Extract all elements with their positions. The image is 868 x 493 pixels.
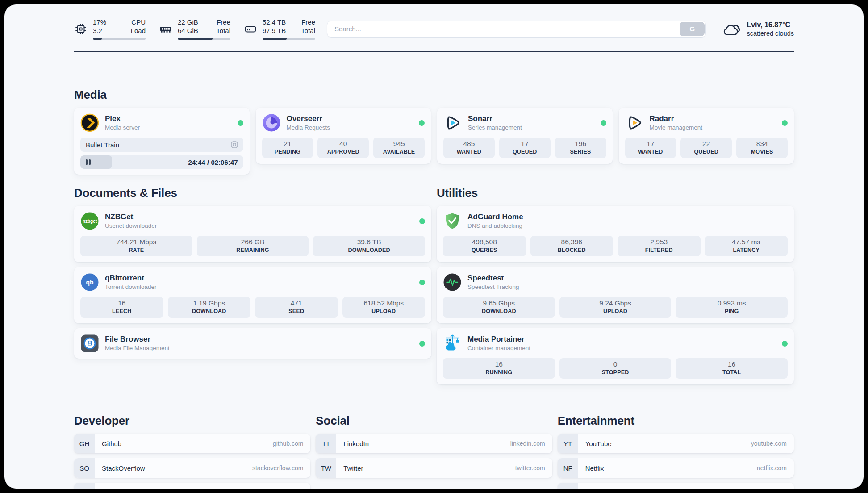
sonarr-icon — [443, 113, 462, 132]
weather-condition: scattered clouds — [747, 29, 794, 38]
bookmark-name: Github — [102, 440, 121, 447]
service-card-qbittorrent[interactable]: qbqBittorrentTorrent downloader16LEECH1.… — [74, 267, 431, 323]
bookmark-name: YouTube — [585, 440, 612, 447]
service-titles: Media PortainerContainer management — [467, 334, 530, 352]
section-title-documents: Documents & Files — [74, 186, 431, 200]
service-card-radarr[interactable]: RadarrMovie management17WANTED22QUEUED83… — [619, 108, 794, 164]
stat-label: SEED — [257, 308, 336, 315]
stat-label: AVAILABLE — [375, 148, 423, 155]
bookmark-name: Netflix — [585, 464, 604, 472]
stat-pill: 2,953FILTERED — [618, 236, 701, 256]
service-description: DNS and adblocking — [467, 222, 523, 230]
service-header: nzbgetNZBGetUsenet downloader — [80, 212, 425, 230]
memory-widget-body: 22 GiB 64 GiB Free Total — [178, 18, 230, 40]
stat-value: 498,508 — [445, 238, 524, 246]
service-card-plex[interactable]: PlexMedia serverBullet Train24:44 / 02:0… — [74, 108, 250, 175]
stat-value: 17 — [627, 139, 675, 148]
service-description: Movie management — [650, 124, 703, 132]
stat-pill: 47.57 msLATENCY — [705, 236, 788, 256]
overseerr-icon — [262, 113, 281, 132]
stat-pill: 196SERIES — [555, 138, 606, 158]
stat-pill: 485WANTED — [443, 138, 495, 158]
bookmark-link-youtube[interactable]: YTYouTubeyoutube.com — [558, 434, 794, 453]
status-online-dot — [419, 218, 425, 224]
service-titles: PlexMedia server — [105, 114, 140, 132]
service-stats: 21PENDING40APPROVED945AVAILABLE — [262, 138, 425, 158]
speedtest-icon — [443, 273, 462, 292]
stat-label: LEECH — [82, 308, 162, 315]
bookmark-url: twitter.com — [515, 464, 545, 472]
bookmark-group-title: Social — [316, 414, 552, 427]
status-online-dot — [419, 341, 425, 347]
memory-icon — [159, 22, 172, 36]
service-stats: 9.65 GbpsDOWNLOAD9.24 GbpsUPLOAD0.993 ms… — [443, 297, 788, 318]
stat-value: 471 — [257, 299, 336, 308]
media-cards-row: PlexMedia serverBullet Train24:44 / 02:0… — [74, 108, 794, 175]
bookmark-link-netflix[interactable]: NFNetflixnetflix.com — [558, 458, 794, 478]
service-stats: 485WANTED17QUEUED196SERIES — [443, 138, 606, 158]
service-header: qbqBittorrentTorrent downloader — [80, 273, 425, 292]
stat-value: 1.19 Gbps — [170, 299, 249, 308]
stat-pill: 9.65 GbpsDOWNLOAD — [443, 297, 555, 318]
svg-text:qb: qb — [86, 279, 93, 286]
bookmark-abbr-badge: GH — [74, 434, 95, 453]
pause-button[interactable] — [86, 159, 91, 165]
stat-label: WANTED — [627, 148, 675, 155]
utilities-cards: AdGuard HomeDNS and adblocking498,508QUE… — [437, 206, 794, 384]
bookmark-link-linkedin[interactable]: LILinkedInlinkedin.com — [316, 434, 552, 453]
search-input[interactable] — [327, 21, 706, 38]
service-description: Container management — [467, 344, 530, 352]
plex-icon — [80, 113, 99, 132]
status-online-dot — [419, 280, 425, 285]
service-header: File BrowserMedia File Management — [80, 334, 425, 353]
stat-label: REMAINING — [199, 246, 307, 254]
service-card-overseerr[interactable]: OverseerrMedia Requests21PENDING40APPROV… — [256, 108, 431, 164]
cloud-icon — [721, 21, 741, 37]
camera-icon — [230, 140, 239, 149]
service-card-nzbget[interactable]: nzbgetNZBGetUsenet downloader744.21 Mbps… — [74, 206, 431, 262]
service-card-speedtest[interactable]: SpeedtestSpeedtest Tracking9.65 GbpsDOWN… — [437, 267, 794, 323]
radarr-icon — [625, 113, 644, 132]
section-title-media: Media — [74, 88, 794, 101]
stat-value: 0 — [561, 360, 670, 369]
disk-widget-body: 52.4 TB 97.9 TB Free Total — [263, 18, 315, 40]
bookmark-url: youtube.com — [751, 440, 787, 447]
service-card-adguard[interactable]: AdGuard HomeDNS and adblocking498,508QUE… — [437, 206, 794, 262]
bookmark-link-stackoverflow[interactable]: SOStackOverflowstackoverflow.com — [74, 458, 310, 478]
stat-pill: 9.24 GbpsUPLOAD — [559, 297, 672, 318]
service-card-sonarr[interactable]: SonarrSeries management485WANTED17QUEUED… — [437, 108, 613, 164]
bookmark-link-twitter[interactable]: TWTwittertwitter.com — [316, 458, 552, 478]
bookmark-link-reddit[interactable]: RERedditreddit.com — [558, 483, 794, 489]
stat-label: DOWNLOAD — [445, 308, 553, 315]
section-documents: Documents & Files nzbgetNZBGetUsenet dow… — [74, 186, 431, 359]
stat-pill: 40APPROVED — [317, 138, 369, 158]
bookmark-abbr-badge: DT — [74, 483, 95, 489]
service-name: AdGuard Home — [467, 212, 523, 221]
bookmark-link-github[interactable]: GHGithubgithub.com — [74, 434, 310, 453]
top-bar: 17% 3.2 CPU Load — [74, 4, 794, 40]
stat-pill: 618.52 MbpsUPLOAD — [342, 297, 426, 318]
service-card-filebrowser[interactable]: File BrowserMedia File Management — [74, 328, 431, 359]
stat-pill: 22QUEUED — [680, 138, 732, 158]
service-card-portainer[interactable]: Media PortainerContainer management16RUN… — [437, 328, 794, 384]
service-header: RadarrMovie management — [625, 113, 788, 132]
weather-location: Lviv, 16.87°C — [747, 20, 794, 29]
weather-widget: Lviv, 16.87°C scattered clouds — [721, 20, 794, 38]
bookmark-abbr-badge: YT — [558, 434, 578, 453]
service-name: Radarr — [650, 114, 703, 123]
search-provider-button[interactable]: G — [680, 22, 705, 36]
bookmark-link-dev[interactable]: DTDEVdev.to — [74, 483, 310, 489]
service-header: Media PortainerContainer management — [443, 334, 788, 353]
stat-label: MOVIES — [738, 148, 786, 155]
service-description: Usenet downloader — [105, 222, 157, 230]
service-description: Media File Management — [105, 344, 170, 352]
portainer-icon — [443, 334, 462, 353]
stat-pill: 0STOPPED — [559, 358, 672, 379]
documents-cards: nzbgetNZBGetUsenet downloader744.21 Mbps… — [74, 206, 431, 359]
stat-label: BLOCKED — [532, 246, 612, 254]
stat-value: 0.993 ms — [677, 299, 786, 308]
service-stats: 17WANTED22QUEUED834MOVIES — [625, 138, 788, 158]
bookmark-abbr-badge: LI — [316, 434, 336, 453]
disk-widget: 52.4 TB 97.9 TB Free Total — [244, 18, 315, 40]
bookmark-url: netflix.com — [757, 464, 787, 472]
